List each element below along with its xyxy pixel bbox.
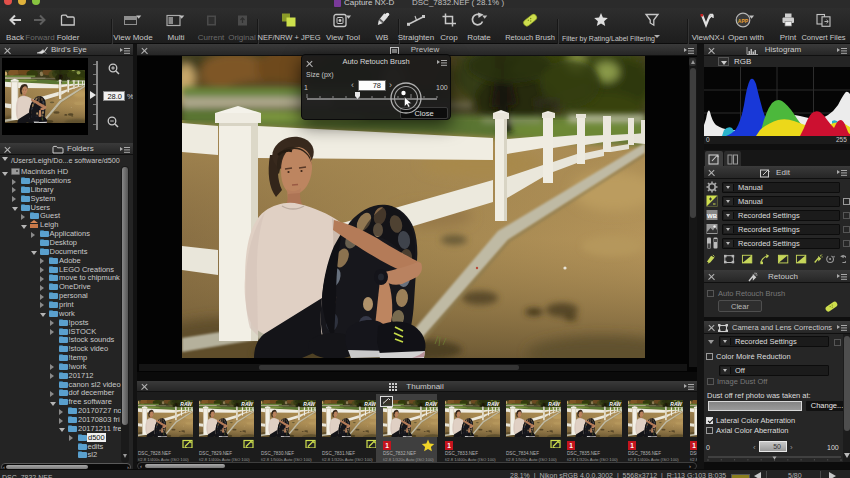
- svg-text:WB: WB: [707, 213, 718, 219]
- svg-text:APP: APP: [738, 18, 749, 24]
